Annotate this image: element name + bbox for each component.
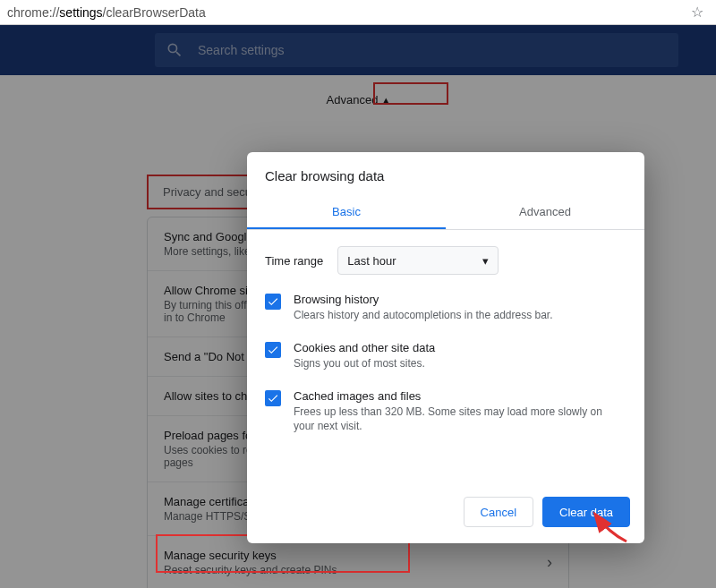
url-scheme: chrome:// xyxy=(7,5,59,20)
url-text[interactable]: chrome://settings/clearBrowserData xyxy=(7,5,206,20)
option-title: Cached images and files xyxy=(294,389,616,403)
cancel-button[interactable]: Cancel xyxy=(464,497,533,527)
checkbox[interactable] xyxy=(265,342,281,358)
option-title: Cookies and other site data xyxy=(294,341,435,354)
tab-advanced[interactable]: Advanced xyxy=(446,196,644,229)
dialog-tabs: Basic Advanced xyxy=(247,196,644,229)
bookmark-star-icon[interactable]: ☆ xyxy=(691,4,709,21)
annotation-arrow-icon xyxy=(591,510,635,546)
time-range-label: Time range xyxy=(265,254,323,268)
option-desc: Signs you out of most sites. xyxy=(294,356,435,371)
checkbox[interactable] xyxy=(265,294,281,310)
clear-browsing-data-dialog: Clear browsing data Basic Advanced Time … xyxy=(247,152,644,543)
time-range-value: Last hour xyxy=(347,254,396,268)
tab-basic[interactable]: Basic xyxy=(247,196,446,229)
clear-option-row: Browsing historyClears history and autoc… xyxy=(247,284,644,332)
dialog-title: Clear browsing data xyxy=(247,152,644,196)
option-desc: Frees up less than 320 MB. Some sites ma… xyxy=(294,405,616,435)
time-range-select[interactable]: Last hour ▾ xyxy=(337,246,499,275)
clear-option-row: Cached images and filesFrees up less tha… xyxy=(247,380,644,444)
address-bar: chrome://settings/clearBrowserData ☆ xyxy=(0,0,716,25)
url-host: settings xyxy=(59,5,102,20)
url-path: /clearBrowserData xyxy=(103,5,206,20)
option-title: Browsing history xyxy=(294,293,553,306)
dropdown-arrow-icon: ▾ xyxy=(482,254,489,268)
option-desc: Clears history and autocompletions in th… xyxy=(294,308,553,323)
clear-option-row: Cookies and other site dataSigns you out… xyxy=(247,332,644,380)
checkbox[interactable] xyxy=(265,390,281,406)
